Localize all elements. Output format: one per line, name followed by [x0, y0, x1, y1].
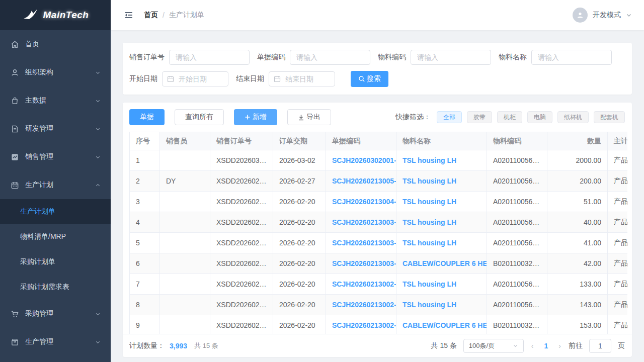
sidebar-item-rd-mgmt[interactable]: 研发管理: [0, 115, 111, 143]
cell-doc-code-link[interactable]: SCJH20260213003-: [326, 233, 396, 253]
goto-page-input[interactable]: [589, 339, 611, 353]
user-menu[interactable]: 开发模式: [573, 8, 632, 23]
filter-label: 物料名称: [499, 53, 527, 62]
col-quantity: 数量: [547, 132, 608, 150]
page-content: 销售订单号 单据编码 物料编码 物料名称 开始日期: [111, 30, 644, 362]
filter-label: 开始日期: [129, 74, 157, 83]
table-scroll-area[interactable]: 序号 销售员 销售订单号 订单交期 单据编码 物料名称 物料编码 数量 主计划 …: [129, 132, 627, 334]
quick-filter-kit[interactable]: 配套机: [594, 111, 625, 123]
sidebar-subitem-purchase-plan[interactable]: 采购计划单: [0, 249, 111, 275]
cell-doc-code-link[interactable]: SCJH20260213003-: [326, 212, 396, 233]
sidebar-collapse-icon[interactable]: [124, 10, 134, 20]
quick-filter-all[interactable]: 全部: [437, 111, 462, 123]
sidebar-subitem-production-plan-order[interactable]: 生产计划单: [0, 199, 111, 224]
cell-doc-code-link[interactable]: SCJH20260213004-: [326, 192, 396, 212]
cell-material-name-link[interactable]: TSL housing LH: [396, 212, 487, 233]
total-count-left: 共 15 条: [194, 341, 218, 350]
quick-filter-cabinet[interactable]: 机柜: [497, 111, 522, 123]
cell-material-name-link[interactable]: TSL housing LH: [396, 233, 487, 253]
breadcrumb-home[interactable]: 首页: [144, 11, 158, 20]
page-size-select[interactable]: 100条/页: [463, 339, 524, 353]
quick-filter-computer[interactable]: 电脑: [527, 111, 552, 123]
calendar-icon: [10, 180, 19, 190]
sidebar-item-production-plan[interactable]: 生产计划: [0, 171, 111, 199]
sidebar-item-production-mgmt[interactable]: 生产管理: [0, 328, 111, 356]
cell-index: 2: [130, 171, 160, 192]
cell-material-name-link[interactable]: CABLEW/COUPLER 6 HE: [396, 253, 487, 274]
sidebar-item-label: 组织架构: [25, 68, 53, 77]
sidebar-item-master-data[interactable]: 主数据: [0, 86, 111, 115]
cell-index: 8: [130, 295, 160, 315]
doc-code-input[interactable]: [290, 50, 370, 65]
page-number-1[interactable]: 1: [541, 342, 551, 350]
cell-delivery-date: 2026-02-20: [273, 233, 326, 253]
chevron-down-icon: [626, 12, 632, 18]
quick-filters: 快捷筛选： 全部 胶带 机柜 电脑 纸杯机 配套机: [395, 111, 625, 123]
add-button-label: 新增: [253, 113, 267, 122]
cell-doc-code-link[interactable]: SCJH20260302001-: [326, 150, 396, 171]
query-all-label: 查询所有: [185, 113, 213, 122]
col-sales-order: 销售订单号: [210, 132, 273, 150]
cell-material-name-link[interactable]: CABLEW/COUPLER 6 HE: [396, 315, 487, 334]
sidebar-item-org[interactable]: 组织架构: [0, 58, 111, 86]
cell-material-name-link[interactable]: TSL housing LH: [396, 192, 487, 212]
cell-salesperson: DY: [160, 171, 210, 192]
search-button[interactable]: 搜索: [351, 71, 388, 87]
cell-doc-code-link[interactable]: SCJH20260213002-: [326, 274, 396, 295]
quick-filter-cupmachine[interactable]: 纸杯机: [557, 111, 589, 123]
add-button[interactable]: 新增: [234, 109, 277, 125]
cell-delivery-date: 2026-02-27: [273, 171, 326, 192]
cell-doc-code-link[interactable]: SCJH20260213003-: [326, 253, 396, 274]
cell-material-name-link[interactable]: TSL housing LH: [396, 171, 487, 192]
cell-salesperson: [160, 233, 210, 253]
sidebar-item-home[interactable]: 首页: [0, 30, 111, 58]
next-page-button[interactable]: ›: [557, 342, 562, 350]
cell-doc-code-link[interactable]: SCJH20260213002-: [326, 315, 396, 334]
query-all-button[interactable]: 查询所有: [175, 109, 224, 125]
cell-index: 9: [130, 315, 160, 334]
cell-delivery-date: 2026-03-02: [273, 150, 326, 171]
sidebar-item-label: 主数据: [25, 96, 46, 105]
plan-qty-stats: 计划数量： 3,993 共 15 条: [129, 341, 218, 350]
sales-order-input[interactable]: [169, 50, 250, 65]
cell-salesperson: [160, 150, 210, 171]
sidebar-subitem-purchase-demand[interactable]: 采购计划需求表: [0, 275, 111, 300]
quick-filter-tape[interactable]: 胶带: [467, 111, 492, 123]
table-row: 1XSDD202603…2026-03-02SCJH20260302001-TS…: [130, 150, 628, 171]
cell-main-plan: 产品: [608, 150, 628, 171]
material-name-input[interactable]: [531, 50, 612, 65]
cell-quantity: 200.00: [547, 171, 608, 192]
sidebar: MainTech 首页 组织架构 主数据 研发管理: [0, 0, 111, 362]
sidebar-item-sales-mgmt[interactable]: 销售管理: [0, 143, 111, 171]
cell-sales-order: XSDD202602…: [210, 171, 273, 192]
col-main-plan: 主计划: [608, 132, 628, 150]
cell-doc-code-link[interactable]: SCJH20260213005-: [326, 171, 396, 192]
cell-doc-code-link[interactable]: SCJH20260213002-: [326, 295, 396, 315]
table-row: 4XSDD202602…2026-02-20SCJH20260213003-TS…: [130, 212, 628, 233]
cell-quantity: 40.00: [547, 212, 608, 233]
filter-panel: 销售订单号 单据编码 物料编码 物料名称 开始日期: [123, 43, 632, 95]
table-row: 8XSDD202602…2026-02-20SCJH20260213002-TS…: [130, 295, 628, 315]
cell-main-plan: 产品: [608, 253, 628, 274]
cell-quantity: 143.00: [547, 295, 608, 315]
cell-material-name-link[interactable]: TSL housing LH: [396, 274, 487, 295]
cell-quantity: 153.00: [547, 315, 608, 334]
sidebar-item-purchase-mgmt[interactable]: 采购管理: [0, 300, 111, 328]
cell-material-code: A020110056…: [487, 171, 547, 192]
material-code-input[interactable]: [411, 50, 491, 65]
brand-logo: MainTech: [0, 0, 111, 30]
doc-button[interactable]: 单据: [129, 109, 165, 125]
quick-filter-label: 快捷筛选：: [395, 113, 431, 122]
export-button[interactable]: 导出: [287, 109, 331, 125]
document-icon: [10, 124, 19, 133]
filter-end-date: 结束日期: [236, 71, 335, 86]
cell-main-plan: 产品: [608, 171, 628, 192]
cell-material-code: A020110056…: [487, 274, 547, 295]
cell-material-name-link[interactable]: TSL housing LH: [396, 295, 487, 315]
prev-page-button[interactable]: ‹: [530, 342, 535, 350]
pagination: 共 15 条 100条/页 ‹ 1 › 前往 页: [431, 339, 625, 353]
cell-index: 6: [130, 253, 160, 274]
sidebar-subitem-bom-mrp[interactable]: 物料清单/MRP: [0, 224, 111, 249]
breadcrumb-separator: /: [163, 11, 165, 19]
cell-material-name-link[interactable]: TSL housing LH: [396, 150, 487, 171]
